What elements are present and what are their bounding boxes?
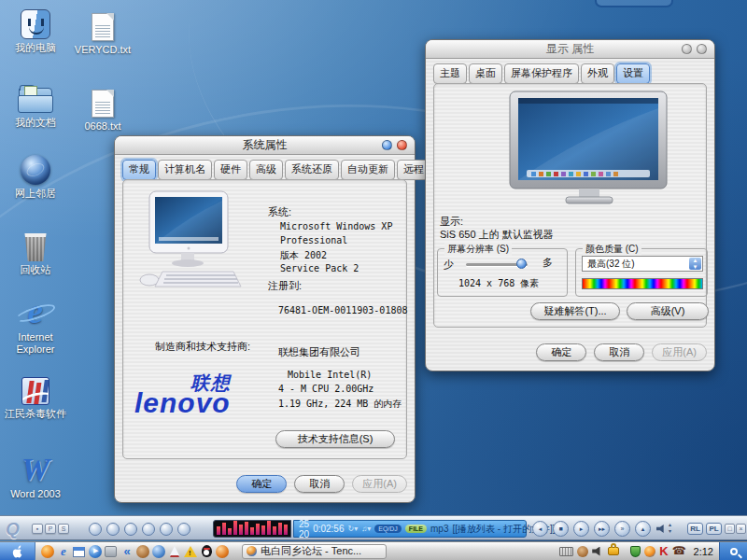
tab-system-restore[interactable]: 系统还原 xyxy=(285,160,339,180)
player-logo-icon[interactable]: Q xyxy=(6,519,20,539)
player-mark-button[interactable] xyxy=(177,523,190,536)
close-icon[interactable] xyxy=(697,44,707,54)
offscreen-window-edge[interactable] xyxy=(595,0,673,7)
search-button[interactable] xyxy=(719,542,747,560)
rate-list-button[interactable]: RL xyxy=(687,523,703,535)
play-pause-button[interactable]: ▸ xyxy=(573,521,589,537)
firefox-icon[interactable] xyxy=(41,545,54,558)
file-source-badge[interactable]: FILE xyxy=(405,525,427,533)
desktop-icon-internet-explorer[interactable]: e Internet Explorer xyxy=(2,293,69,356)
media-player-icon[interactable]: ▶ xyxy=(89,545,102,558)
display-label: 显示: xyxy=(440,215,463,229)
color-quality-select[interactable]: 最高(32 位) ▲▼ xyxy=(582,256,703,272)
flashget-icon[interactable]: « xyxy=(120,545,134,558)
dialog-title: 系统属性 xyxy=(243,137,288,153)
sailboat-icon[interactable] xyxy=(168,545,181,558)
player-mini-button-1[interactable]: ▪ xyxy=(32,524,43,534)
system-properties-titlebar[interactable]: 系统属性 xyxy=(115,136,415,155)
advanced-button[interactable]: 高级(V) xyxy=(627,302,709,320)
seek-forward-button[interactable]: » xyxy=(614,521,630,537)
tab-appearance[interactable]: 外观 xyxy=(581,63,614,84)
desktop-icon-word-2003[interactable]: W Word 2003 xyxy=(2,450,69,500)
kugoo-tray-icon[interactable]: K xyxy=(659,545,668,557)
troubleshoot-button[interactable]: 疑难解答(T)... xyxy=(530,302,620,320)
minimize-icon[interactable] xyxy=(382,140,392,150)
repeat-icon[interactable]: ↻▾ xyxy=(348,525,359,533)
tab-general[interactable]: 常规 xyxy=(122,160,156,180)
desktop-icon-my-documents[interactable]: 我的文档 xyxy=(2,78,69,129)
lock-icon[interactable] xyxy=(608,547,619,555)
qq-penguin-icon[interactable] xyxy=(200,545,213,558)
player-settings-button[interactable] xyxy=(142,523,155,536)
orange-app-icon[interactable] xyxy=(216,545,229,558)
ie-icon[interactable]: e xyxy=(57,545,70,558)
tab-themes[interactable]: 主题 xyxy=(433,63,467,84)
desktop-icon-0668-txt[interactable]: 0668.txt xyxy=(69,82,136,133)
volume-arrows-icon[interactable]: ▴▾ xyxy=(669,522,671,535)
task-button-label: 电白同乡论坛 - Tenc... xyxy=(261,544,361,558)
registered-label: 注册到: xyxy=(268,279,302,293)
emule-icon[interactable] xyxy=(136,545,149,558)
player-info-button[interactable] xyxy=(124,523,137,536)
player-close-button[interactable]: × xyxy=(736,524,746,534)
previous-track-button[interactable]: ◂ xyxy=(532,521,548,537)
tab-advanced[interactable]: 高级 xyxy=(249,160,283,180)
support-info-button[interactable]: 技术支持信息(S) xyxy=(275,430,395,448)
player-mic-button[interactable] xyxy=(160,523,173,536)
system-label: 系统: xyxy=(268,205,291,219)
volume-tray-icon[interactable] xyxy=(592,547,602,556)
system-properties-tabs: 常规 计算机名 硬件 高级 系统还原 自动更新 远程 xyxy=(122,160,407,180)
player-shade-button[interactable]: □ xyxy=(725,524,735,534)
player-lcd-display[interactable]: 25 20 0:02:56 ↻▾ ♫▾ EQ/DJ FILE mp3 [[播放列… xyxy=(293,520,527,538)
eq-badge[interactable]: EQ/DJ xyxy=(374,525,402,533)
display-properties-titlebar[interactable]: 显示 属性 xyxy=(426,40,714,59)
tab-settings[interactable]: 设置 xyxy=(616,63,650,84)
player-open-button[interactable] xyxy=(89,523,102,536)
player-mini-button-2[interactable]: P xyxy=(45,524,56,534)
resolution-slider-thumb[interactable] xyxy=(516,259,527,269)
show-desktop-icon[interactable] xyxy=(73,545,86,558)
input-method-keyboard-icon[interactable] xyxy=(559,547,573,556)
color-quality-value: 最高(32 位) xyxy=(587,259,635,269)
cpu-line: Mobile Intel(R) xyxy=(288,370,372,380)
cancel-button[interactable]: 取消 xyxy=(294,475,345,493)
cancel-button[interactable]: 取消 xyxy=(594,343,644,361)
desktop-icon-jiangmin-antivirus[interactable]: 江民杀毒软件 xyxy=(2,370,69,420)
volume-speaker-icon[interactable] xyxy=(656,525,667,533)
gray-app-icon[interactable] xyxy=(105,545,118,558)
system-line: Microsoft Windows XP xyxy=(280,221,392,231)
desktop-icon-recycle-bin[interactable]: 回收站 xyxy=(2,226,69,276)
eject-button[interactable]: ▴ xyxy=(635,521,651,537)
playlist-button[interactable]: PL xyxy=(706,523,722,535)
player-mini-button-3[interactable]: S xyxy=(58,524,69,534)
desktop-icon-label: VERYCD.txt xyxy=(69,44,136,56)
player-net-button[interactable] xyxy=(106,523,120,536)
browser-tray-icon[interactable] xyxy=(644,546,655,557)
tab-hardware[interactable]: 硬件 xyxy=(214,160,247,180)
tab-auto-update[interactable]: 自动更新 xyxy=(341,160,395,180)
emule-tray-icon[interactable] xyxy=(577,546,588,557)
recycle-bin-icon xyxy=(2,226,69,261)
desktop-icon-verycd-txt[interactable]: VERYCD.txt xyxy=(69,6,136,56)
spinner-arrows-icon[interactable]: ▲▼ xyxy=(689,258,701,270)
stop-button[interactable]: ■ xyxy=(553,521,569,537)
shield-tray-icon[interactable] xyxy=(630,546,641,557)
start-button[interactable] xyxy=(0,542,35,560)
desktop-icon-network-places[interactable]: 网上邻居 xyxy=(2,149,69,200)
ok-button[interactable]: 确定 xyxy=(536,343,586,361)
phone-tray-icon[interactable]: ☎ xyxy=(672,545,686,557)
close-icon[interactable] xyxy=(397,140,407,150)
tab-screensaver[interactable]: 屏幕保护程序 xyxy=(504,63,579,84)
next-track-button[interactable]: ▸▸ xyxy=(594,521,610,537)
antivirus-icon xyxy=(2,370,69,405)
minimize-icon[interactable] xyxy=(682,44,692,54)
blue-globe-icon[interactable] xyxy=(152,545,165,558)
resolution-group: 屏幕分辨率 (S) 少 多 1024 x 768 像素 xyxy=(437,248,568,297)
tab-computer-name[interactable]: 计算机名 xyxy=(158,160,212,180)
tab-desktop[interactable]: 桌面 xyxy=(469,63,502,84)
ok-button[interactable]: 确定 xyxy=(236,475,287,493)
desktop-icon-my-computer[interactable]: 我的电脑 xyxy=(2,4,69,54)
shuffle-icon[interactable]: ♫▾ xyxy=(361,525,371,533)
taskbar-task-button[interactable]: 电白同乡论坛 - Tenc... xyxy=(242,544,387,559)
warning-icon[interactable]: ! xyxy=(184,545,197,558)
